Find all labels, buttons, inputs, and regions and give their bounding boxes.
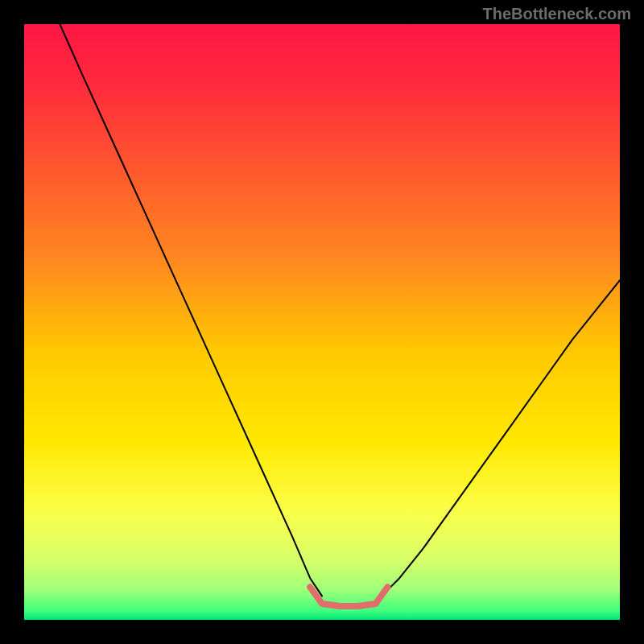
bottleneck-chart bbox=[24, 24, 620, 620]
gradient-background bbox=[24, 24, 620, 620]
chart-frame: TheBottleneck.com bbox=[0, 0, 644, 644]
watermark-text: TheBottleneck.com bbox=[483, 5, 631, 23]
